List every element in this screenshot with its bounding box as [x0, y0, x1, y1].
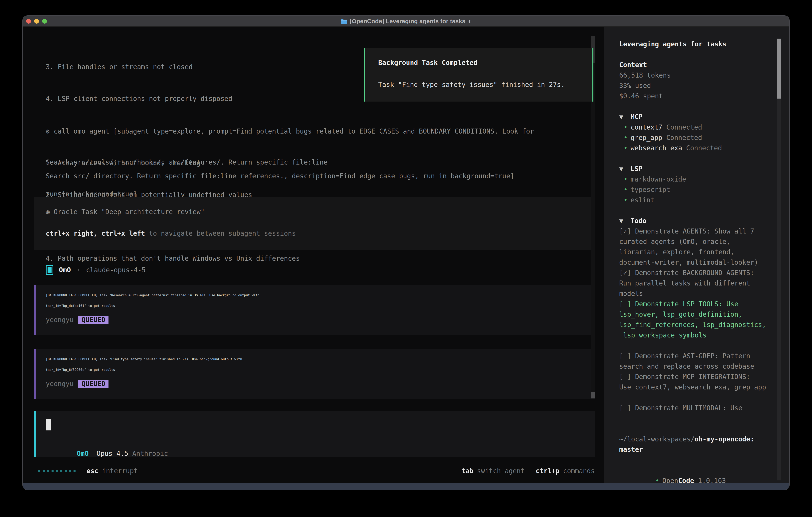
sidebar: Leveraging agents for tasks Context 66,5… [604, 27, 789, 483]
model-version: Opus 4.5 [89, 450, 133, 457]
chevron-down-icon: ▼ [619, 112, 631, 122]
status-badge: QUEUED [78, 316, 109, 324]
folder-icon [340, 18, 347, 24]
bullet-icon: • [624, 143, 631, 153]
opencode-version: •OpenCode 1.0.163 [619, 465, 765, 475]
window-title-text: [OpenCode] Leveraging agents for tasks [350, 18, 465, 25]
bullet-icon: • [624, 195, 631, 205]
lsp-item: • eslint [619, 195, 765, 205]
traffic-lights [26, 19, 47, 24]
tool-call-text: call_omo_agent [subagent_type=explore, p… [50, 127, 534, 135]
context-used: 33% used [619, 81, 765, 91]
oracle-task-panel: ◉ Oracle Task "Deep architecture review"… [34, 197, 595, 250]
window-title: [OpenCode] Leveraging agents for tasks ◐ [340, 18, 472, 25]
agent-name: OmO [59, 266, 71, 274]
minimize-button[interactable] [34, 19, 39, 24]
todo-item-pending: [ ] Demonstrate AST-GREP: Pattern search… [619, 351, 765, 392]
zoom-button[interactable] [42, 19, 47, 24]
todo-section-header[interactable]: ▼ Todo [619, 216, 765, 226]
lsp-item: • typescript [619, 185, 765, 195]
chevron-down-icon: ▼ [619, 164, 631, 174]
bullet-icon: • [655, 475, 662, 483]
mcp-section-header[interactable]: ▼ MCP [619, 112, 765, 122]
lsp-item: • markdown-oxide [619, 174, 765, 185]
bullet-icon: • [624, 185, 631, 195]
task-user: yeongyu [46, 316, 74, 324]
shortcut-interrupt: esc interrupt [87, 467, 138, 475]
window-bottom-strip [23, 483, 789, 490]
lsp-section-header[interactable]: ▼ LSP [619, 164, 765, 174]
close-button[interactable] [26, 19, 31, 24]
chevron-down-icon: ▼ [619, 216, 631, 226]
shortcut-commands: ctrl+p commands [536, 467, 595, 475]
git-branch: master [619, 444, 765, 455]
background-task-message: [BACKGROUND TASK COMPLETED] Task "Resear… [34, 285, 595, 335]
record-icon: ◉ [46, 208, 50, 216]
mcp-item: • context7 Connected [619, 122, 765, 133]
model-indicator: OmO Opus 4.5 Anthropic [45, 442, 168, 465]
bullet-icon: • [624, 122, 631, 133]
activity-dots [38, 470, 76, 472]
task-message-line: [BACKGROUND TASK COMPLETED] Task "Resear… [46, 293, 595, 304]
toast-body: Task "Find type safety issues" finished … [378, 81, 565, 88]
text-cursor [46, 419, 51, 430]
todo-item-active: [ ] Demonstrate LSP TOOLS: Use lsp_hover… [619, 299, 765, 341]
agent-model: claude-opus-4-5 [86, 266, 145, 274]
task-user: yeongyu [46, 380, 74, 388]
task-message-line: [BACKGROUND TASK COMPLETED] Task "Find t… [46, 357, 595, 368]
todo-item-done: [✓] Demonstrate BACKGROUND AGENTS: Run p… [619, 268, 765, 299]
shortcut-keys: ctrl+x right, ctrl+x left [46, 229, 145, 237]
oracle-task-title: ◉ Oracle Task "Deep architecture review" [46, 207, 205, 217]
scrollbar-thumb[interactable] [591, 392, 595, 399]
bullet-icon: • [624, 133, 631, 143]
todo-item-done: [✓] Demonstrate AGENTS: Show all 7 curat… [619, 226, 765, 268]
context-spent: $0.46 spent [619, 91, 765, 101]
task-message-line: task_id="bg_dcfac161" to get results. [46, 304, 595, 315]
separator-dot: · [77, 266, 81, 274]
context-heading: Context [619, 60, 765, 70]
titlebar: [OpenCode] Leveraging agents for tasks ◐ [23, 16, 789, 27]
tool-call-line: ⚙ call_omo_agent [subagent_type=explore,… [46, 126, 534, 137]
active-agent-label: OmO [77, 450, 89, 457]
background-task-toast[interactable]: Background Task Completed Task "Find typ… [364, 48, 593, 102]
scrollbar-thumb[interactable] [777, 38, 781, 99]
workspace-path: ~/local-workspaces/oh-my-opencode: maste… [619, 434, 765, 455]
todo-item-pending: [ ] Demonstrate MULTIMODAL: Use [619, 403, 765, 413]
prompt-input[interactable]: OmO Opus 4.5 Anthropic [34, 411, 595, 457]
gear-icon: ⚙ [46, 127, 50, 135]
output-line: 1. Array access without bounds checking [46, 158, 534, 168]
output-line: 4. Path operations that don't handle Win… [46, 253, 534, 264]
mcp-item: • grep_app Connected [619, 133, 765, 143]
output-line: 3. File handles or streams not closed [46, 61, 328, 72]
agent-header: OmO · claude-opus-4-5 [46, 264, 146, 276]
tool-call-block: ⚙ call_omo_agent [subagent_type=explore,… [46, 105, 534, 285]
model-provider: Anthropic [132, 450, 168, 457]
app-window: [OpenCode] Leveraging agents for tasks ◐… [22, 16, 790, 490]
proxy-progress-icon: ◐ [468, 18, 472, 25]
sidebar-scrollbar[interactable] [777, 38, 781, 481]
agent-terminal-icon [46, 265, 53, 275]
background-task-message: [BACKGROUND TASK COMPLETED] Task "Find t… [34, 349, 595, 399]
task-message-line: task_id="bg_6f59260c" to get results. [46, 368, 595, 378]
shortcut-switch-agent: tab switch agent [462, 467, 525, 475]
oracle-task-hint: ctrl+x right, ctrl+x left to navigate be… [46, 228, 296, 239]
terminal-content: 3. File handles or streams not closed 4.… [23, 27, 789, 483]
bullet-icon: • [624, 174, 631, 185]
output-line: Search src/ directory. Return specific f… [46, 171, 514, 181]
status-badge: QUEUED [78, 380, 109, 388]
toast-title: Background Task Completed [378, 59, 477, 66]
session-title: Leveraging agents for tasks [619, 39, 765, 49]
status-bar: esc interrupt tab switch agent ctrl+p co… [23, 466, 603, 476]
context-tokens: 66,518 tokens [619, 70, 765, 81]
output-line: 4. LSP client connections not properly d… [46, 93, 328, 104]
mcp-item: • websearch_exa Connected [619, 143, 765, 153]
